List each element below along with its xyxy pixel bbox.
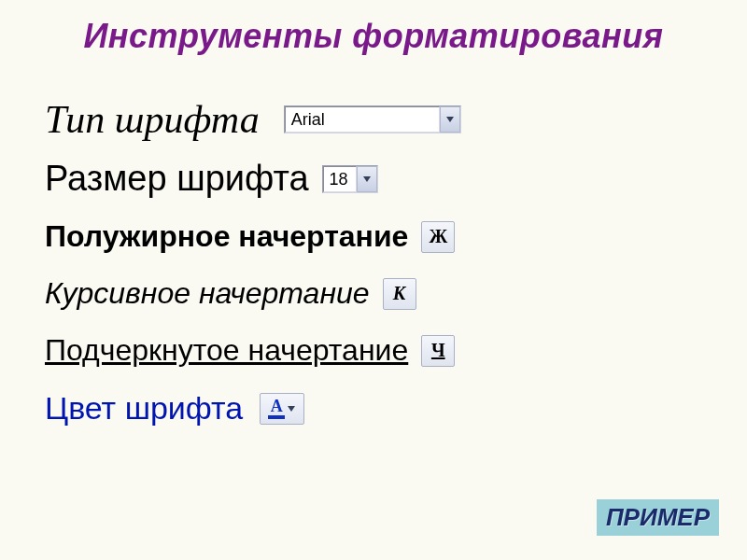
label-italic: Курсивное начертание bbox=[45, 276, 370, 311]
svg-marker-1 bbox=[363, 176, 371, 182]
row-font-type: Тип шрифта Arial bbox=[45, 97, 747, 142]
chevron-down-icon[interactable] bbox=[357, 166, 377, 192]
row-font-color: Цвет шрифта А bbox=[45, 390, 747, 427]
label-font-color: Цвет шрифта bbox=[45, 390, 243, 427]
font-color-button[interactable]: А bbox=[260, 393, 304, 425]
font-color-letter: А bbox=[271, 398, 283, 414]
label-font-size: Размер шрифта bbox=[45, 159, 309, 199]
font-type-dropdown[interactable]: Arial bbox=[284, 105, 461, 133]
underline-icon: Ч bbox=[431, 340, 445, 361]
font-type-value: Arial bbox=[285, 106, 440, 133]
row-font-size: Размер шрифта 18 bbox=[45, 159, 747, 199]
font-color-swatch bbox=[268, 415, 285, 419]
italic-button[interactable]: К bbox=[383, 278, 416, 310]
chevron-down-icon[interactable] bbox=[287, 406, 296, 412]
underline-button[interactable]: Ч bbox=[421, 335, 455, 367]
font-size-value: 18 bbox=[323, 166, 357, 192]
bold-button[interactable]: Ж bbox=[421, 221, 455, 253]
row-italic: Курсивное начертание К bbox=[45, 276, 747, 311]
svg-marker-2 bbox=[288, 406, 295, 412]
svg-marker-0 bbox=[446, 117, 454, 122]
label-bold: Полужирное начертание bbox=[45, 219, 408, 254]
row-underline: Подчеркнутое начертание Ч bbox=[45, 333, 747, 368]
label-font-type: Тип шрифта bbox=[45, 97, 260, 142]
row-bold: Полужирное начертание Ж bbox=[45, 219, 747, 254]
label-underline: Подчеркнутое начертание bbox=[45, 333, 408, 368]
bold-icon: Ж bbox=[430, 226, 448, 247]
example-button[interactable]: ПРИМЕР bbox=[597, 499, 719, 536]
chevron-down-icon[interactable] bbox=[440, 106, 460, 133]
font-color-icon: А bbox=[268, 398, 285, 419]
italic-icon: К bbox=[393, 283, 406, 304]
font-size-dropdown[interactable]: 18 bbox=[322, 165, 378, 193]
page-title: Инструменты форматирования bbox=[0, 0, 747, 56]
